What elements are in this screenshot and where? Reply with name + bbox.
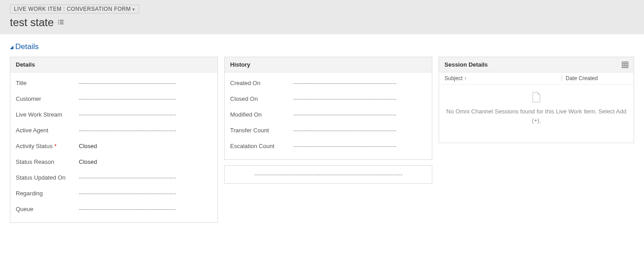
field-label: Transfer Count (230, 127, 293, 134)
collapse-triangle-icon: ◢ (10, 45, 14, 50)
record-title-row: test state (10, 16, 634, 29)
details-panel: Details Title --------------------------… (10, 57, 218, 223)
field-closed-on[interactable]: Closed On ------------------------------… (230, 91, 426, 107)
field-label: Status Updated On (16, 174, 79, 181)
details-panel-title: Details (16, 61, 35, 68)
field-label: Active Agent (16, 127, 79, 134)
field-label: Created On (230, 80, 293, 86)
field-activity-status[interactable]: Activity Status * Closed (16, 138, 212, 154)
chevron-down-icon: ▾ (132, 7, 135, 12)
header-region: LIVE WORK ITEM : CONVERSATION FORM ▾ tes… (0, 0, 644, 34)
field-value: ----------------------------------------… (293, 80, 426, 86)
field-status-reason[interactable]: Status Reason Closed (16, 154, 212, 170)
sort-ascending-icon: ↑ (464, 76, 467, 81)
field-value: ----------------------------------------… (79, 206, 212, 212)
breadcrumb-text: LIVE WORK ITEM : CONVERSATION FORM (14, 6, 131, 12)
field-label: Closed On (230, 95, 293, 102)
field-label: Title (16, 80, 79, 86)
grid-view-icon[interactable] (622, 62, 628, 68)
section-title: Details (15, 42, 39, 51)
notes-panel[interactable]: ----------------------------------------… (224, 165, 432, 184)
column-header-subject[interactable]: Subject ↑ (444, 75, 562, 81)
field-queue[interactable]: Queue ----------------------------------… (16, 201, 212, 217)
field-value: ----------------------------------------… (79, 111, 212, 118)
session-panel-title: Session Details (444, 61, 488, 68)
columns: Details Title --------------------------… (10, 57, 634, 223)
session-empty-state: No Omni Channel Sessions found for this … (439, 85, 634, 143)
field-escalation-count[interactable]: Escalation Count -----------------------… (230, 138, 426, 154)
details-panel-body: Title ----------------------------------… (10, 72, 218, 222)
field-label: Live Work Stream (16, 111, 79, 118)
history-panel-title: History (230, 61, 250, 68)
form-selector[interactable]: LIVE WORK ITEM : CONVERSATION FORM ▾ (10, 5, 139, 14)
history-panel-body: Created On -----------------------------… (225, 72, 432, 159)
svg-rect-6 (622, 62, 628, 68)
field-value: ----------------------------------------… (79, 127, 212, 134)
details-panel-header: Details (10, 57, 218, 72)
field-created-on[interactable]: Created On -----------------------------… (230, 75, 426, 91)
field-transfer-count[interactable]: Transfer Count -------------------------… (230, 122, 426, 138)
notes-value: ----------------------------------------… (231, 171, 426, 178)
history-panel: History Created On ---------------------… (224, 57, 432, 160)
field-regarding[interactable]: Regarding ------------------------------… (16, 185, 212, 201)
field-value: ----------------------------------------… (293, 95, 426, 102)
field-label: Activity Status * (16, 143, 79, 149)
column-history: History Created On ---------------------… (224, 57, 432, 223)
field-value: ----------------------------------------… (79, 174, 212, 181)
section-header-details[interactable]: ◢ Details (10, 42, 634, 51)
column-details: Details Title --------------------------… (10, 57, 218, 223)
field-value: ----------------------------------------… (79, 95, 212, 102)
field-value: ----------------------------------------… (293, 127, 426, 134)
session-empty-text: No Omni Channel Sessions found for this … (444, 107, 629, 125)
field-label: Regarding (16, 190, 79, 197)
field-live-work-stream[interactable]: Live Work Stream -----------------------… (16, 107, 212, 122)
field-label: Customer (16, 95, 79, 102)
notes-panel-body: ----------------------------------------… (225, 166, 432, 183)
field-label: Modified On (230, 111, 293, 118)
field-value: Closed (79, 143, 212, 149)
field-label: Queue (16, 206, 79, 212)
field-title[interactable]: Title ----------------------------------… (16, 75, 212, 91)
field-value: ----------------------------------------… (293, 143, 426, 149)
field-modified-on[interactable]: Modified On ----------------------------… (230, 107, 426, 122)
field-status-updated-on[interactable]: Status Updated On ----------------------… (16, 170, 212, 185)
session-panel-header: Session Details (439, 57, 634, 72)
column-session: Session Details Subject (439, 57, 634, 223)
field-value: ----------------------------------------… (79, 80, 212, 86)
column-separator (562, 75, 562, 81)
record-title: test state (10, 16, 54, 29)
field-label: Escalation Count (230, 143, 293, 149)
field-value: Closed (79, 158, 212, 165)
column-header-date-created[interactable]: Date Created (562, 75, 628, 81)
list-icon[interactable] (57, 19, 64, 27)
session-grid-header: Subject ↑ Date Created (439, 72, 634, 85)
content-region: ◢ Details Details Title ----------------… (4, 38, 640, 232)
field-customer[interactable]: Customer -------------------------------… (16, 91, 212, 107)
required-indicator-icon: * (54, 143, 57, 149)
field-active-agent[interactable]: Active Agent ---------------------------… (16, 122, 212, 138)
session-panel: Session Details Subject (439, 57, 634, 143)
document-icon (532, 92, 541, 103)
history-panel-header: History (225, 57, 432, 72)
field-value: ----------------------------------------… (79, 190, 212, 197)
field-value: ----------------------------------------… (293, 111, 426, 118)
field-label: Status Reason (16, 158, 79, 165)
